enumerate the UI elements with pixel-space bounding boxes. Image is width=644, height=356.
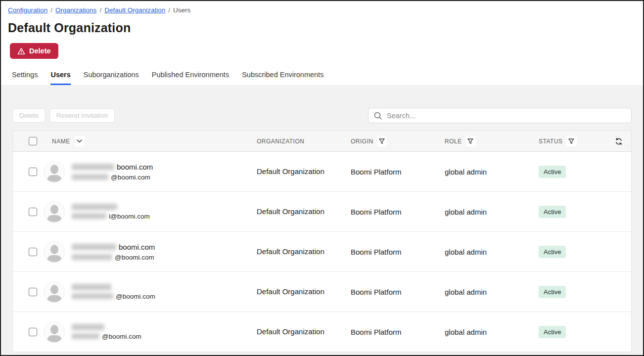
warning-triangle-icon <box>17 47 25 55</box>
name-sort-chevron-down-icon[interactable] <box>74 136 85 146</box>
status-badge: Active <box>539 246 566 258</box>
redacted-email-block <box>72 174 108 180</box>
user-role: global admin <box>445 208 487 216</box>
delete-users-button[interactable]: Delete <box>12 108 46 123</box>
user-role: global admin <box>445 248 487 256</box>
users-table: NAME ORGANIZATION ORIGIN ROLE <box>12 131 632 352</box>
app-window: Configuration/Organizations/Default Orga… <box>0 0 644 356</box>
user-email: l@boomi.com <box>72 213 150 220</box>
breadcrumb-separator: / <box>99 6 101 14</box>
column-header-name[interactable]: NAME <box>52 138 70 145</box>
origin-filter-funnel-icon[interactable] <box>377 136 387 146</box>
breadcrumb-link-organizations[interactable]: Organizations <box>55 6 96 14</box>
user-email: @boomi.com <box>72 293 155 300</box>
redacted-name-block <box>72 164 114 170</box>
user-name: boomi.com <box>72 163 153 171</box>
status-filter-funnel-icon[interactable] <box>566 136 577 146</box>
breadcrumb-separator: / <box>50 6 52 14</box>
user-organization: Default Organization <box>257 167 324 176</box>
user-avatar-icon <box>44 321 65 343</box>
tab-users[interactable]: Users <box>50 71 70 85</box>
user-name <box>72 204 150 210</box>
status-badge: Active <box>539 166 566 178</box>
user-name <box>72 284 155 290</box>
tab-suborganizations[interactable]: Suborganizations <box>84 71 139 85</box>
user-origin: Boomi Platform <box>351 168 402 176</box>
redacted-name-block <box>72 244 116 250</box>
search-icon <box>373 111 382 120</box>
user-avatar-icon <box>44 161 65 182</box>
delete-organization-button[interactable]: Delete <box>10 43 58 59</box>
user-name: boomi.com <box>72 243 155 251</box>
tab-bar: Settings Users Suborganizations Publishe… <box>12 71 636 85</box>
delete-organization-label: Delete <box>29 47 51 55</box>
user-organization: Default Organization <box>257 287 324 296</box>
user-avatar-icon <box>44 201 65 222</box>
user-organization: Default Organization <box>257 247 324 256</box>
breadcrumb: Configuration/Organizations/Default Orga… <box>8 6 636 14</box>
page-title: Default Organization <box>8 21 636 35</box>
breadcrumb-link-configuration[interactable]: Configuration <box>8 6 47 14</box>
user-email: @boomi.com <box>72 333 141 340</box>
refresh-icon[interactable] <box>615 137 623 145</box>
user-table-row: boomi.com @boomi.com Default Organizatio… <box>13 152 631 192</box>
select-all-checkbox[interactable] <box>29 137 37 145</box>
row-checkbox[interactable] <box>29 208 37 216</box>
page-header: Configuration/Organizations/Default Orga… <box>1 1 643 85</box>
redacted-email-block <box>72 293 113 299</box>
tab-subscribed-environments[interactable]: Subscribed Environments <box>242 71 323 85</box>
user-origin: Boomi Platform <box>351 288 402 296</box>
role-filter-funnel-icon[interactable] <box>465 136 476 146</box>
search-input[interactable] <box>387 112 626 120</box>
user-organization: Default Organization <box>257 207 324 216</box>
breadcrumb-link-default-organization[interactable]: Default Organization <box>104 6 165 14</box>
tab-settings[interactable]: Settings <box>12 71 38 85</box>
tab-published-environments[interactable]: Published Environments <box>152 71 229 85</box>
table-body: boomi.com @boomi.com Default Organizatio… <box>13 152 631 352</box>
search-box[interactable] <box>368 108 632 123</box>
status-badge: Active <box>539 326 566 338</box>
user-email: @boomi.com <box>72 254 155 261</box>
redacted-email-block <box>72 254 112 260</box>
row-checkbox[interactable] <box>29 288 37 296</box>
user-table-row: @boomi.com Default Organization Boomi Pl… <box>13 272 631 312</box>
user-table-row: l@boomi.com Default Organization Boomi P… <box>13 192 631 232</box>
table-header-row: NAME ORGANIZATION ORIGIN ROLE <box>13 131 631 152</box>
user-role: global admin <box>445 288 487 296</box>
user-organization: Default Organization <box>257 327 324 336</box>
redacted-email-block <box>72 333 99 339</box>
user-origin: Boomi Platform <box>351 328 402 336</box>
row-checkbox[interactable] <box>29 328 37 336</box>
users-panel: Delete Resend Invitation <box>1 85 643 355</box>
user-role: global admin <box>445 328 487 336</box>
column-header-organization[interactable]: ORGANIZATION <box>257 138 304 145</box>
status-badge: Active <box>539 286 566 298</box>
user-table-row: @boomi.com Default Organization Boomi Pl… <box>13 312 631 352</box>
breadcrumb-current: Users <box>173 6 190 14</box>
user-origin: Boomi Platform <box>351 248 402 256</box>
column-header-status[interactable]: STATUS <box>539 138 563 145</box>
status-badge: Active <box>539 206 566 218</box>
redacted-name-block <box>72 324 104 330</box>
user-origin: Boomi Platform <box>351 208 402 216</box>
column-header-origin[interactable]: ORIGIN <box>351 138 373 145</box>
user-email: @boomi.com <box>72 174 153 181</box>
row-checkbox[interactable] <box>29 248 37 256</box>
row-checkbox[interactable] <box>29 168 37 176</box>
user-avatar-icon <box>44 281 65 303</box>
redacted-name-block <box>72 284 111 290</box>
column-header-role[interactable]: ROLE <box>445 138 462 145</box>
user-role: global admin <box>445 168 487 176</box>
user-name <box>72 324 141 330</box>
user-avatar-icon <box>44 241 65 263</box>
user-table-row: boomi.com @boomi.com Default Organizatio… <box>13 232 631 272</box>
breadcrumb-separator: / <box>168 6 170 14</box>
resend-invitation-button[interactable]: Resend Invitation <box>49 108 115 123</box>
redacted-email-block <box>72 213 106 219</box>
redacted-name-block <box>72 204 117 210</box>
users-toolbar: Delete Resend Invitation <box>12 108 632 123</box>
